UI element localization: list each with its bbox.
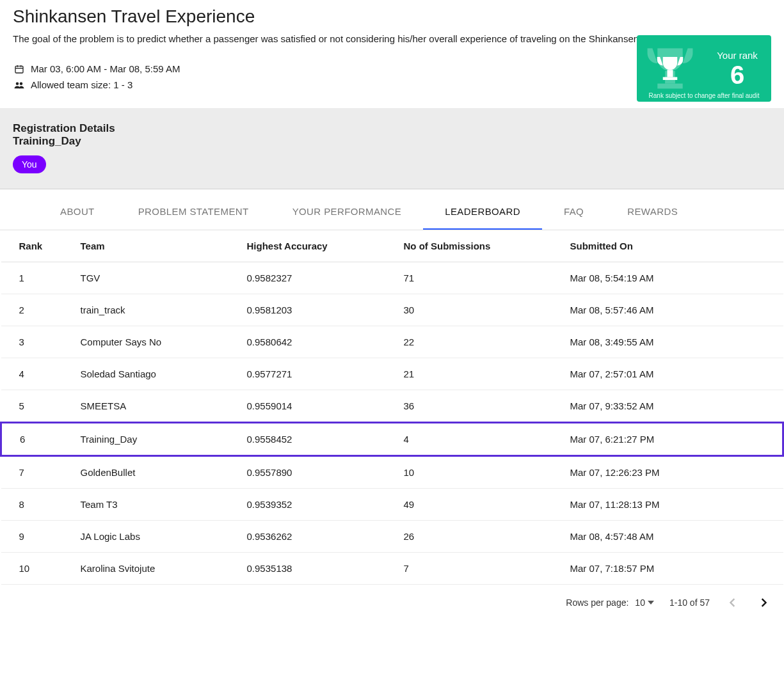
tab-your-performance[interactable]: YOUR PERFORMANCE [271, 189, 424, 230]
prev-page-button[interactable] [725, 595, 740, 610]
cell-rank: 1 [1, 262, 72, 294]
cell-rank: 6 [1, 423, 72, 456]
tabs: ABOUTPROBLEM STATEMENTYOUR PERFORMANCELE… [0, 189, 784, 230]
svg-point-5 [20, 82, 23, 85]
rows-per-page-value: 10 [635, 597, 645, 608]
cell-team: TGV [72, 262, 238, 294]
cell-submissions: 22 [395, 326, 561, 358]
cell-accuracy: 0.9559014 [238, 390, 395, 423]
rows-per-page-label: Rows per page: [566, 597, 628, 608]
cell-accuracy: 0.9580642 [238, 326, 395, 358]
cell-rank: 7 [1, 456, 72, 489]
cell-accuracy: 0.9582327 [238, 262, 395, 294]
cell-rank: 3 [1, 326, 72, 358]
rows-per-page-select[interactable]: 10 [635, 597, 654, 608]
cell-submissions: 21 [395, 358, 561, 390]
cell-submissions: 26 [395, 521, 561, 553]
cell-team: SMEETSA [72, 390, 238, 423]
chevron-left-icon [730, 598, 736, 607]
table-row: 4Soledad Santiago0.957727121Mar 07, 2:57… [1, 358, 783, 390]
caret-down-icon [648, 601, 654, 605]
leaderboard-table: Rank Team Highest Accuracy No of Submiss… [0, 230, 784, 585]
table-row: 5SMEETSA0.955901436Mar 07, 9:33:52 AM [1, 390, 783, 423]
tab-problem-statement[interactable]: PROBLEM STATEMENT [116, 189, 271, 230]
cell-accuracy: 0.9535138 [238, 553, 395, 585]
cell-submitted: Mar 08, 5:57:46 AM [561, 294, 783, 326]
pagination-range: 1-10 of 57 [669, 597, 710, 608]
cell-team: Team T3 [72, 489, 238, 521]
people-icon [13, 81, 26, 90]
col-rank: Rank [1, 230, 72, 262]
tab-faq[interactable]: FAQ [542, 189, 605, 230]
col-team: Team [72, 230, 238, 262]
cell-accuracy: 0.9539352 [238, 489, 395, 521]
cell-submissions: 36 [395, 390, 561, 423]
rank-label: Your rank [703, 50, 771, 61]
cell-accuracy: 0.9557890 [238, 456, 395, 489]
table-row: 3Computer Says No0.958064222Mar 08, 3:49… [1, 326, 783, 358]
registration-team: Training_Day [13, 135, 771, 148]
cell-team: Computer Says No [72, 326, 238, 358]
cell-team: JA Logic Labs [72, 521, 238, 553]
table-row: 8Team T30.953935249Mar 07, 11:28:13 PM [1, 489, 783, 521]
cell-team: GoldenBullet [72, 456, 238, 489]
team-size-text: Allowed team size: 1 - 3 [31, 79, 132, 90]
svg-rect-8 [668, 70, 673, 77]
registration-block: Registration Details Training_Day You [0, 108, 784, 189]
cell-submissions: 49 [395, 489, 561, 521]
chevron-right-icon [760, 598, 767, 607]
cell-submissions: 4 [395, 423, 561, 456]
cell-rank: 2 [1, 294, 72, 326]
cell-submitted: Mar 08, 4:57:48 AM [561, 521, 783, 553]
cell-submissions: 10 [395, 456, 561, 489]
svg-rect-0 [15, 66, 23, 73]
cell-rank: 5 [1, 390, 72, 423]
registration-heading: Registration Details [13, 122, 771, 135]
table-row: 6Training_Day0.95584524Mar 07, 6:21:27 P… [1, 423, 783, 456]
date-range-text: Mar 03, 6:00 AM - Mar 08, 5:59 AM [31, 63, 180, 74]
tab-rewards[interactable]: REWARDS [605, 189, 700, 230]
cell-submitted: Mar 08, 3:49:55 AM [561, 326, 783, 358]
cell-submitted: Mar 07, 11:28:13 PM [561, 489, 783, 521]
table-row: 2train_track0.958120330Mar 08, 5:57:46 A… [1, 294, 783, 326]
rank-card: Your rank 6 Rank subject to change after… [637, 35, 771, 102]
rank-value: 6 [703, 62, 771, 88]
svg-point-4 [16, 82, 19, 85]
col-accuracy: Highest Accuracy [238, 230, 395, 262]
table-row: 10Karolina Svitojute0.95351387Mar 07, 7:… [1, 553, 783, 585]
cell-rank: 4 [1, 358, 72, 390]
cell-accuracy: 0.9558452 [238, 423, 395, 456]
cell-submitted: Mar 07, 7:18:57 PM [561, 553, 783, 585]
cell-rank: 9 [1, 521, 72, 553]
col-submissions: No of Submissions [395, 230, 561, 262]
table-row: 1TGV0.958232771Mar 08, 5:54:19 AM [1, 262, 783, 294]
cell-team: Training_Day [72, 423, 238, 456]
tab-leaderboard[interactable]: LEADERBOARD [423, 189, 542, 230]
cell-team: train_track [72, 294, 238, 326]
cell-team: Soledad Santiago [72, 358, 238, 390]
svg-rect-9 [663, 77, 678, 81]
rank-note: Rank subject to change after final audit [637, 92, 771, 99]
cell-submitted: Mar 07, 6:21:27 PM [561, 423, 783, 456]
pagination: Rows per page: 10 1-10 of 57 [0, 585, 784, 617]
cell-rank: 10 [1, 553, 72, 585]
cell-submissions: 30 [395, 294, 561, 326]
trophy-icon [637, 51, 703, 86]
cell-team: Karolina Svitojute [72, 553, 238, 585]
next-page-button[interactable] [756, 595, 771, 610]
cell-submitted: Mar 07, 12:26:23 PM [561, 456, 783, 489]
col-submitted: Submitted On [561, 230, 783, 262]
cell-accuracy: 0.9577271 [238, 358, 395, 390]
you-chip[interactable]: You [13, 155, 46, 173]
tab-about[interactable]: ABOUT [38, 189, 116, 230]
header: Shinkansen Travel Experience The goal of… [0, 0, 784, 108]
cell-submitted: Mar 07, 2:57:01 AM [561, 358, 783, 390]
cell-accuracy: 0.9581203 [238, 294, 395, 326]
cell-submissions: 71 [395, 262, 561, 294]
page-title: Shinkansen Travel Experience [13, 6, 771, 27]
cell-submissions: 7 [395, 553, 561, 585]
table-row: 9JA Logic Labs0.953626226Mar 08, 4:57:48… [1, 521, 783, 553]
cell-submitted: Mar 08, 5:54:19 AM [561, 262, 783, 294]
table-row: 7GoldenBullet0.955789010Mar 07, 12:26:23… [1, 456, 783, 489]
cell-accuracy: 0.9536262 [238, 521, 395, 553]
